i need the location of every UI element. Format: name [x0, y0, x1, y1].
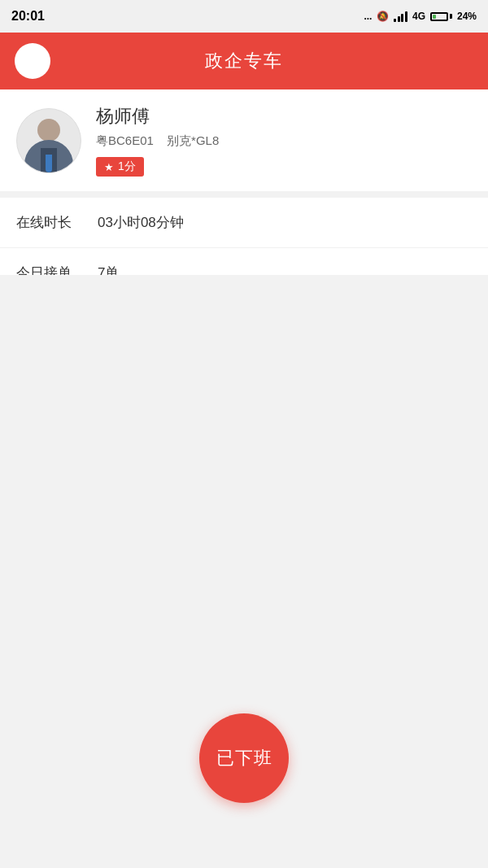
battery-icon [430, 12, 452, 21]
svg-point-1 [23, 65, 43, 76]
battery-percent: 24% [457, 11, 477, 22]
app-header: 政企专车 [0, 33, 488, 89]
driver-photo [16, 108, 81, 173]
person-suit [41, 148, 57, 172]
section-divider [0, 191, 488, 198]
signal-icon [394, 11, 407, 22]
person-tie [46, 155, 52, 172]
vibrate-icon: 🔕 [377, 11, 389, 22]
online-duration-label: 在线时长 [16, 213, 98, 232]
status-time: 20:01 [11, 9, 45, 24]
rating-value: 1分 [118, 159, 136, 174]
bottom-area: 已下班 [0, 275, 488, 868]
driver-info: 杨师傅 粤BC6E01 别克*GL8 ★ 1分 [96, 104, 472, 177]
status-bar: 20:01 ... 🔕 4G 24% [0, 0, 488, 33]
online-duration-value: 03小时08分钟 [98, 213, 472, 232]
star-icon: ★ [104, 161, 114, 173]
header-avatar[interactable] [15, 43, 50, 79]
driver-rating: ★ 1分 [96, 157, 144, 177]
driver-card: 杨师傅 粤BC6E01 别克*GL8 ★ 1分 [0, 89, 488, 191]
status-center: ... 🔕 4G 24% [364, 11, 477, 22]
clock-out-button[interactable]: 已下班 [199, 713, 289, 803]
person-head [37, 119, 60, 142]
svg-point-0 [27, 51, 39, 63]
driver-name: 杨师傅 [96, 104, 472, 129]
user-icon [18, 46, 47, 76]
driver-model: 别克*GL8 [167, 133, 219, 147]
person-body [24, 140, 73, 172]
status-dots: ... [364, 11, 372, 22]
driver-plate: 粤BC6E01 [96, 133, 154, 147]
driver-car: 粤BC6E01 别克*GL8 [96, 133, 472, 149]
online-duration-row: 在线时长 03小时08分钟 [0, 198, 488, 248]
network-label: 4G [412, 11, 425, 22]
page-title: 政企专车 [205, 49, 283, 73]
